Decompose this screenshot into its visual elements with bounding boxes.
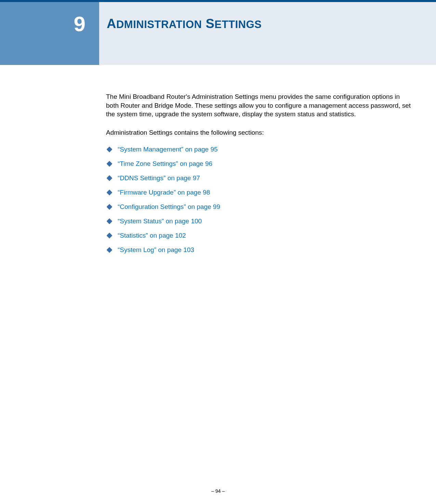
toc-item: “Firmware Upgrade” on page 98 (106, 189, 412, 196)
toc-item: “Configuration Settings” on page 99 (106, 203, 412, 211)
toc-link-configuration-settings[interactable]: “Configuration Settings” on page 99 (118, 203, 220, 211)
chapter-header: 9 ADMINISTRATION SETTINGS (0, 0, 436, 65)
diamond-bullet-icon (107, 161, 113, 167)
toc-item: “System Status” on page 100 (106, 217, 412, 225)
toc-link-system-status[interactable]: “System Status” on page 100 (118, 217, 202, 225)
toc-item: “System Log” on page 103 (106, 246, 412, 254)
toc-link-system-management[interactable]: “System Management” on page 95 (118, 146, 218, 153)
toc-link-firmware-upgrade[interactable]: “Firmware Upgrade” on page 98 (118, 189, 210, 196)
toc-item: “System Management” on page 95 (106, 146, 412, 153)
toc-link-ddns-settings[interactable]: “DDNS Settings” on page 97 (118, 174, 200, 182)
toc-link-time-zone-settings[interactable]: “Time Zone Settings” on page 96 (118, 160, 212, 168)
toc-link-statistics[interactable]: “Statistics” on page 102 (118, 232, 186, 239)
diamond-bullet-icon (107, 146, 113, 152)
toc-list: “System Management” on page 95 “Time Zon… (106, 146, 412, 254)
diamond-bullet-icon (107, 218, 113, 224)
chapter-number: 9 (74, 12, 85, 36)
chapter-title: ADMINISTRATION SETTINGS (107, 16, 262, 31)
intro-paragraph: The Mini Broadband Router's Administrati… (106, 92, 412, 119)
section-subheading: Administration Settings contains the fol… (106, 128, 412, 137)
page-content: The Mini Broadband Router's Administrati… (0, 65, 436, 254)
diamond-bullet-icon (107, 175, 113, 181)
chapter-number-box: 9 (0, 2, 99, 65)
diamond-bullet-icon (107, 204, 113, 210)
chapter-title-box: ADMINISTRATION SETTINGS (99, 2, 436, 65)
toc-item: “Statistics” on page 102 (106, 232, 412, 239)
toc-item: “DDNS Settings” on page 97 (106, 174, 412, 182)
toc-link-system-log[interactable]: “System Log” on page 103 (118, 246, 194, 254)
toc-item: “Time Zone Settings” on page 96 (106, 160, 412, 168)
diamond-bullet-icon (107, 189, 113, 195)
diamond-bullet-icon (107, 247, 113, 253)
diamond-bullet-icon (107, 233, 113, 238)
page-footer: – 94 – (0, 488, 436, 494)
